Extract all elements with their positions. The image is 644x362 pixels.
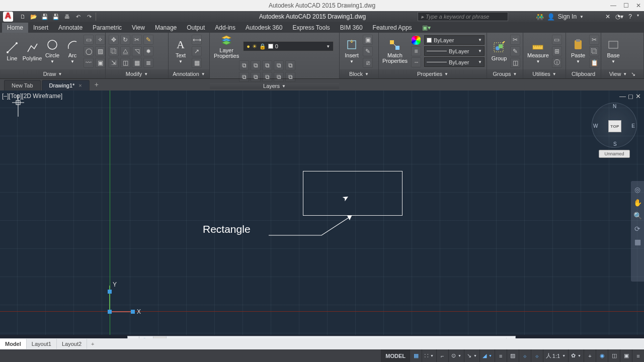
window-maximize[interactable]: ☐ [623,2,629,9]
workspace-switch-icon[interactable]: ✿▼ [568,349,584,362]
plot-icon[interactable]: 🖶 [62,12,71,21]
ortho-toggle-icon[interactable]: ⌐ [436,349,448,362]
group-button[interactable]: Group [490,41,508,61]
ribbon-tab-insert[interactable]: Insert [28,23,53,33]
viewcube-top-face[interactable]: TOP [608,120,621,132]
panel-groups-title[interactable]: Groups▼ [487,69,523,78]
measure-button[interactable]: Measure▼ [526,38,550,64]
redo-icon[interactable]: ↷ [85,12,94,21]
layer-tool-icon[interactable]: ⧉ [262,72,272,82]
lineweight-toggle-icon[interactable]: ≡ [495,349,507,362]
panel-block-title[interactable]: Block▼ [340,69,378,78]
panel-properties-title[interactable]: Properties▼ [379,69,487,78]
ribbon-tab-addins[interactable]: Add-ins [210,23,240,33]
scale-icon[interactable]: ◫ [120,58,130,68]
isoplane-icon[interactable]: ↘▼ [464,349,479,362]
doctab-drawing1[interactable]: Drawing1*× [42,80,90,90]
ribbon-tab-expresstools[interactable]: Express Tools [287,23,335,33]
panel-draw-title[interactable]: Draw▼ [0,69,105,78]
ellipse-icon[interactable]: ◯ [84,46,94,56]
layer-tool-icon[interactable]: ⧉ [285,60,295,70]
layer-tool-icon[interactable]: ⧉ [274,72,284,82]
stayconnected-icon[interactable]: ◔▾ [615,13,623,20]
match-properties-button[interactable]: MatchProperties [382,39,408,64]
attribute-icon[interactable]: ⎚ [363,58,373,68]
layer-properties-button[interactable]: LayerProperties [213,34,240,59]
table-icon[interactable]: ▦ [192,58,202,68]
full-nav-wheel-icon[interactable]: ◎ [634,186,640,194]
trim-icon[interactable]: ✂ [132,35,142,45]
line-button[interactable]: Line [3,41,21,61]
base-view-button[interactable]: Base▼ [604,38,622,64]
panel-utilities-title[interactable]: Utilities▼ [523,69,566,78]
exchange-icon[interactable]: ✕ [605,13,610,20]
fillet-icon[interactable]: ◹ [132,46,142,56]
spline-icon[interactable]: 〰 [84,58,94,68]
mirror-icon[interactable]: ⧋ [120,46,130,56]
layer-tool-icon[interactable]: ⧉ [251,60,261,70]
erase-icon[interactable]: ✎ [143,35,153,45]
compass-w[interactable]: W [593,123,598,129]
cut-icon[interactable]: ✂ [589,35,599,45]
window-minimize[interactable]: — [610,2,616,9]
open-icon[interactable]: 📂 [29,12,38,21]
layer-dropdown[interactable]: ● ☀ 🔒 0 ▼ [243,41,334,51]
vp-maximize[interactable]: ◻ [628,93,633,100]
lineweight-icon[interactable]: ≡ [411,46,421,56]
infocenter-icon[interactable]: 👬 [536,13,544,21]
zoom-extents-icon[interactable]: 🔍 [633,212,642,220]
add-layout-button[interactable]: + [87,339,98,349]
panel-layers-title[interactable]: Layers▼ [210,83,339,89]
panel-annotation-title[interactable]: Annotation▼ [169,69,209,78]
group-edit-icon[interactable]: ✎ [510,46,520,56]
ribbon-tab-view[interactable]: View [127,23,150,33]
osnap-toggle-icon[interactable]: ◢▼ [479,349,495,362]
window-close[interactable]: ✕ [636,2,641,9]
layer-tool-icon[interactable]: ⧉ [239,72,249,82]
save-icon[interactable]: 💾 [40,12,49,21]
panel-modify-title[interactable]: Modify▼ [106,69,168,78]
hatch-icon[interactable]: ▨ [95,46,105,56]
ribbon-tab-featuredapps[interactable]: Featured Apps [368,23,417,33]
paste-special-icon[interactable]: 📋 [589,58,599,68]
saveas-icon[interactable]: 💾 [51,12,60,21]
viewport-controls[interactable]: [–][Top][2D Wireframe] [2,93,62,100]
lineweight-bylayer-dropdown[interactable]: ByLayer▼ [424,46,485,56]
help-icon[interactable]: ? [628,13,632,20]
ucs-icon[interactable]: Y X [104,281,144,319]
ribbon-tab-home[interactable]: Home [2,23,28,33]
select-icon[interactable]: ▭ [552,35,562,45]
array-icon[interactable]: ▦ [132,58,142,68]
draw-tool-icon[interactable]: ✧ [95,35,105,45]
hardware-accel-icon[interactable]: ◉ [596,349,608,362]
layer-tool-icon[interactable]: ⧉ [239,60,249,70]
compass-s[interactable]: S [613,141,617,147]
customization-icon[interactable]: ≡ [632,349,644,362]
edit-block-icon[interactable]: ✎ [363,46,373,56]
cleanscreen-icon[interactable]: ▣ [620,349,632,362]
color-bylayer-dropdown[interactable]: ByLayer▼ [424,35,485,45]
drawing-canvas[interactable]: [–][Top][2D Wireframe] — ◻ ✕ ➤ Rectangle… [0,90,644,335]
annovisibility-icon[interactable]: ⟐ [531,349,543,362]
create-block-icon[interactable]: ▣ [363,35,373,45]
layer-tool-icon[interactable]: ⧉ [251,72,261,82]
help-search-input[interactable]: ▸ Type a keyword or phrase [418,12,508,21]
status-model-button[interactable]: MODEL [381,349,410,362]
linetype-icon[interactable]: ┄ [411,57,421,67]
panel-view-title[interactable]: View▼↘ [601,69,643,78]
layer-tool-icon[interactable]: ⧉ [274,60,284,70]
annotation-monitor-icon[interactable]: + [584,349,596,362]
copy-clip-icon[interactable]: ⿻ [589,46,599,56]
vp-minimize[interactable]: — [619,93,626,100]
signin-button[interactable]: Sign In [558,13,577,20]
insert-button[interactable]: Insert▼ [343,38,361,64]
rectangle-entity[interactable] [303,171,403,216]
close-tab-icon[interactable]: × [78,82,82,88]
leader-icon[interactable]: ↗ [192,46,202,56]
signin-icon[interactable]: 👤 [547,13,555,21]
offset-icon[interactable]: ≣ [143,58,153,68]
add-tab-button[interactable]: + [91,78,103,90]
paste-button[interactable]: Paste▼ [569,38,587,64]
ribbon-tab-autodesk360[interactable]: Autodesk 360 [240,23,287,33]
annoscale-icon[interactable]: ⟐ [519,349,531,362]
